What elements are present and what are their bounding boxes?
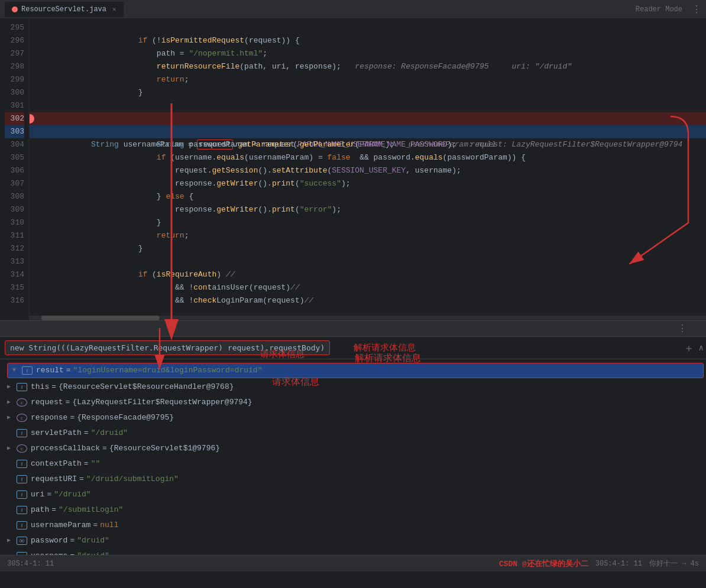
code-line-314: && !containsUser(request)//: [30, 268, 706, 281]
expand-icon-request[interactable]: ▶: [7, 395, 17, 410]
code-line-307: } else {: [30, 177, 706, 190]
var-row-response[interactable]: ▶ c response = {ResponseFacade@9795}: [0, 410, 706, 425]
code-line-296: path = "/nopermit.html";: [30, 34, 706, 47]
code-editor: 295 296 297 298 299 300 301 302 303 304 …: [0, 19, 706, 320]
expand-icon-processcallback[interactable]: ▶: [7, 441, 17, 456]
line-num-304: 304: [5, 138, 24, 151]
code-line-311: }: [30, 229, 706, 242]
status-left: 30S:4-1: 11: [7, 560, 54, 568]
line-num-299: 299: [5, 73, 24, 86]
line-num-295: 295: [5, 21, 24, 34]
annotation-request-info: 请求体信息: [260, 359, 305, 360]
csdn-brand: CSDN @还在忙绿的吴小二: [499, 558, 588, 569]
status-bar: 30S:4-1: 11 CSDN @还在忙绿的吴小二 30S:4-1: 11 你…: [0, 555, 706, 571]
code-line-306: response.getWriter().print("success");: [30, 164, 706, 177]
tab-close-icon[interactable]: ✕: [112, 5, 116, 13]
code-line-315: && !checkLoginParam(request)//: [30, 281, 706, 294]
var-row-result[interactable]: ▼ f result = "loginUsername=druid&loginP…: [7, 363, 704, 378]
code-line-297: returnResourceFile(path, uri, response);…: [30, 47, 706, 60]
tab-label: ResourceServlet.java: [21, 5, 106, 14]
line-num-305: 305: [5, 151, 24, 164]
var-icon-usernameparam: f: [17, 521, 27, 529]
code-line-310: return;: [30, 216, 706, 229]
var-icon-password: ∞: [17, 537, 27, 545]
scrollbar-thumb[interactable]: [41, 316, 160, 320]
var-row-password[interactable]: ▶ ∞ password = "druid": [0, 533, 706, 548]
status-right: CSDN @还在忙绿的吴小二 30S:4-1: 11 你好十一 → 4s: [499, 558, 699, 569]
var-icon-this: f: [17, 383, 27, 391]
expand-icon-result[interactable]: ▼: [12, 363, 22, 378]
var-row-requesturi[interactable]: ▶ f requestURI = "/druid/submitLogin": [0, 472, 706, 487]
line-numbers: 295 296 297 298 299 300 301 302 303 304 …: [0, 19, 30, 320]
file-dot: [12, 7, 18, 12]
var-icon-processcallback: c: [17, 444, 27, 453]
code-line-316: [30, 294, 706, 307]
line-num-300: 300: [5, 86, 24, 99]
divider-bar: ⋮: [0, 320, 706, 337]
annotation-request-info-overlay: 请求体信息: [272, 376, 319, 388]
var-icon-path: f: [17, 506, 27, 514]
status-coords: 30S:4-1: 11: [595, 560, 642, 568]
var-icon-response: c: [17, 414, 27, 422]
expand-icon-response[interactable]: ▶: [7, 410, 17, 425]
divider-menu-icon[interactable]: ⋮: [678, 323, 687, 334]
var-row-usernameparam[interactable]: ▶ f usernameParam = null: [0, 518, 706, 533]
code-line-313: if (isRequireAuth) //: [30, 255, 706, 268]
reader-mode-button[interactable]: Reader Mode: [631, 3, 687, 16]
line-num-297: 297: [5, 47, 24, 60]
var-row-request[interactable]: ▶ c request = {LazyRequestFilter$Request…: [0, 395, 706, 410]
code-line-300: [30, 86, 706, 99]
add-expression-icon[interactable]: ＋: [684, 341, 694, 355]
var-icon-uri: f: [17, 490, 27, 499]
line-num-309: 309: [5, 203, 24, 216]
var-icon-result: f: [22, 366, 33, 375]
line-num-316: 316: [5, 294, 24, 307]
var-row-this[interactable]: ▶ f this = {ResourceServlet$ResourceHand…: [0, 379, 706, 395]
code-scrollbar[interactable]: [30, 316, 706, 320]
code-line-312: [30, 242, 706, 255]
expand-icon-password[interactable]: ▶: [7, 533, 17, 548]
expand-icon-path: ▶: [7, 502, 17, 518]
var-icon-requesturi: f: [17, 475, 27, 483]
line-num-306: 306: [5, 164, 24, 177]
code-content: if (!isPermittedRequest(request)) { path…: [30, 19, 706, 320]
code-container: 295 296 297 298 299 300 301 302 303 304 …: [0, 19, 706, 320]
code-line-299: }: [30, 73, 706, 86]
var-row-servletpath[interactable]: ▶ f servletPath = "/druid": [0, 425, 706, 441]
var-row-uri[interactable]: ▶ f uri = "/druid": [0, 487, 706, 502]
line-num-302: 302: [5, 112, 24, 125]
expression-bar: new String(((LazyRequestFilter.RequestWr…: [0, 337, 706, 359]
line-num-296: 296: [5, 34, 24, 47]
code-line-298: return;: [30, 60, 706, 73]
var-row-processcallback[interactable]: ▶ c processCallback = {ResourceServlet$1…: [0, 441, 706, 456]
code-line-305: request.getSession().setAttribute(SESSIO…: [30, 151, 706, 164]
line-num-311: 311: [5, 229, 24, 242]
expand-icon-contextpath: ▶: [7, 456, 17, 472]
annotation-request-body: 解析请求体信息: [355, 352, 421, 365]
var-row-path[interactable]: ▶ f path = "/submitLogin": [0, 502, 706, 518]
title-bar: ResourceServlet.java ✕ Reader Mode ⋮: [0, 0, 706, 19]
code-line-302: String usernameParam = request.getParame…: [30, 112, 706, 125]
main-content: ResourceServlet.java ✕ Reader Mode ⋮ 295…: [0, 0, 706, 571]
line-num-298: 298: [5, 60, 24, 73]
code-line-304: if (username.equals(usernameParam) = fal…: [30, 138, 706, 151]
expand-icon-servletpath: ▶: [7, 425, 17, 441]
line-num-315: 315: [5, 281, 24, 294]
more-options-icon[interactable]: ⋮: [692, 4, 701, 15]
line-num-310: 310: [5, 216, 24, 229]
file-tab[interactable]: ResourceServlet.java ✕: [5, 2, 124, 17]
line-num-307: 307: [5, 177, 24, 190]
line-num-314: 314: [5, 268, 24, 281]
expand-icon-requesturi: ▶: [7, 472, 17, 487]
expand-icon-this[interactable]: ▶: [7, 379, 17, 395]
var-icon-request: c: [17, 398, 27, 407]
status-time: 你好十一 → 4s: [649, 558, 699, 568]
collapse-panel-icon[interactable]: ∧: [699, 343, 704, 353]
var-row-contextpath[interactable]: ▶ f contextPath = "": [0, 456, 706, 472]
code-line-295: if (!isPermittedRequest(request)) {: [30, 21, 706, 34]
var-icon-servletpath: f: [17, 429, 27, 437]
line-num-303: 303: [5, 125, 24, 138]
line-num-312: 312: [5, 242, 24, 255]
line-num-308: 308: [5, 190, 24, 203]
code-line-309: }: [30, 203, 706, 216]
